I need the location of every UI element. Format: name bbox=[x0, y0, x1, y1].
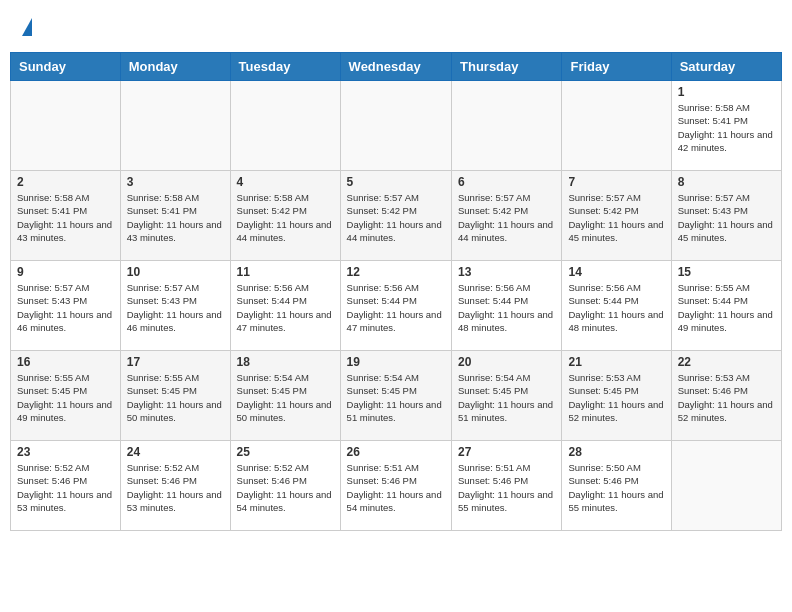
day-info: Sunrise: 5:56 AM Sunset: 5:44 PM Dayligh… bbox=[458, 281, 555, 334]
day-number: 12 bbox=[347, 265, 445, 279]
logo bbox=[20, 18, 32, 38]
day-number: 18 bbox=[237, 355, 334, 369]
day-info: Sunrise: 5:53 AM Sunset: 5:45 PM Dayligh… bbox=[568, 371, 664, 424]
calendar-cell: 10Sunrise: 5:57 AM Sunset: 5:43 PM Dayli… bbox=[120, 261, 230, 351]
calendar-cell bbox=[452, 81, 562, 171]
day-info: Sunrise: 5:57 AM Sunset: 5:43 PM Dayligh… bbox=[17, 281, 114, 334]
calendar-week-row: 2Sunrise: 5:58 AM Sunset: 5:41 PM Daylig… bbox=[11, 171, 782, 261]
day-number: 21 bbox=[568, 355, 664, 369]
day-info: Sunrise: 5:54 AM Sunset: 5:45 PM Dayligh… bbox=[237, 371, 334, 424]
calendar-table: SundayMondayTuesdayWednesdayThursdayFrid… bbox=[10, 52, 782, 531]
day-info: Sunrise: 5:57 AM Sunset: 5:42 PM Dayligh… bbox=[347, 191, 445, 244]
page-header bbox=[10, 10, 782, 46]
calendar-cell: 15Sunrise: 5:55 AM Sunset: 5:44 PM Dayli… bbox=[671, 261, 781, 351]
calendar-cell: 12Sunrise: 5:56 AM Sunset: 5:44 PM Dayli… bbox=[340, 261, 451, 351]
calendar-cell: 9Sunrise: 5:57 AM Sunset: 5:43 PM Daylig… bbox=[11, 261, 121, 351]
day-number: 7 bbox=[568, 175, 664, 189]
day-number: 20 bbox=[458, 355, 555, 369]
calendar-cell bbox=[671, 441, 781, 531]
day-number: 19 bbox=[347, 355, 445, 369]
calendar-cell: 21Sunrise: 5:53 AM Sunset: 5:45 PM Dayli… bbox=[562, 351, 671, 441]
day-info: Sunrise: 5:53 AM Sunset: 5:46 PM Dayligh… bbox=[678, 371, 775, 424]
day-number: 5 bbox=[347, 175, 445, 189]
day-info: Sunrise: 5:58 AM Sunset: 5:41 PM Dayligh… bbox=[127, 191, 224, 244]
calendar-cell: 23Sunrise: 5:52 AM Sunset: 5:46 PM Dayli… bbox=[11, 441, 121, 531]
calendar-cell bbox=[562, 81, 671, 171]
day-number: 9 bbox=[17, 265, 114, 279]
day-number: 16 bbox=[17, 355, 114, 369]
day-info: Sunrise: 5:57 AM Sunset: 5:42 PM Dayligh… bbox=[568, 191, 664, 244]
calendar-cell: 7Sunrise: 5:57 AM Sunset: 5:42 PM Daylig… bbox=[562, 171, 671, 261]
day-info: Sunrise: 5:57 AM Sunset: 5:42 PM Dayligh… bbox=[458, 191, 555, 244]
day-info: Sunrise: 5:58 AM Sunset: 5:42 PM Dayligh… bbox=[237, 191, 334, 244]
day-number: 15 bbox=[678, 265, 775, 279]
day-number: 1 bbox=[678, 85, 775, 99]
day-info: Sunrise: 5:58 AM Sunset: 5:41 PM Dayligh… bbox=[17, 191, 114, 244]
day-of-week-header: Sunday bbox=[11, 53, 121, 81]
day-info: Sunrise: 5:58 AM Sunset: 5:41 PM Dayligh… bbox=[678, 101, 775, 154]
day-number: 27 bbox=[458, 445, 555, 459]
day-info: Sunrise: 5:50 AM Sunset: 5:46 PM Dayligh… bbox=[568, 461, 664, 514]
day-of-week-header: Wednesday bbox=[340, 53, 451, 81]
calendar-week-row: 16Sunrise: 5:55 AM Sunset: 5:45 PM Dayli… bbox=[11, 351, 782, 441]
calendar-cell: 14Sunrise: 5:56 AM Sunset: 5:44 PM Dayli… bbox=[562, 261, 671, 351]
day-number: 14 bbox=[568, 265, 664, 279]
calendar-cell bbox=[230, 81, 340, 171]
day-info: Sunrise: 5:54 AM Sunset: 5:45 PM Dayligh… bbox=[458, 371, 555, 424]
calendar-cell: 3Sunrise: 5:58 AM Sunset: 5:41 PM Daylig… bbox=[120, 171, 230, 261]
logo-triangle-icon bbox=[22, 18, 32, 36]
calendar-cell: 17Sunrise: 5:55 AM Sunset: 5:45 PM Dayli… bbox=[120, 351, 230, 441]
calendar-cell: 13Sunrise: 5:56 AM Sunset: 5:44 PM Dayli… bbox=[452, 261, 562, 351]
calendar-cell: 2Sunrise: 5:58 AM Sunset: 5:41 PM Daylig… bbox=[11, 171, 121, 261]
calendar-cell bbox=[340, 81, 451, 171]
calendar-cell: 5Sunrise: 5:57 AM Sunset: 5:42 PM Daylig… bbox=[340, 171, 451, 261]
calendar-cell: 18Sunrise: 5:54 AM Sunset: 5:45 PM Dayli… bbox=[230, 351, 340, 441]
day-number: 4 bbox=[237, 175, 334, 189]
day-number: 22 bbox=[678, 355, 775, 369]
day-number: 24 bbox=[127, 445, 224, 459]
day-of-week-header: Friday bbox=[562, 53, 671, 81]
day-info: Sunrise: 5:56 AM Sunset: 5:44 PM Dayligh… bbox=[568, 281, 664, 334]
calendar-week-row: 9Sunrise: 5:57 AM Sunset: 5:43 PM Daylig… bbox=[11, 261, 782, 351]
day-number: 11 bbox=[237, 265, 334, 279]
calendar-header-row: SundayMondayTuesdayWednesdayThursdayFrid… bbox=[11, 53, 782, 81]
day-of-week-header: Tuesday bbox=[230, 53, 340, 81]
day-info: Sunrise: 5:56 AM Sunset: 5:44 PM Dayligh… bbox=[237, 281, 334, 334]
calendar-cell: 24Sunrise: 5:52 AM Sunset: 5:46 PM Dayli… bbox=[120, 441, 230, 531]
day-of-week-header: Thursday bbox=[452, 53, 562, 81]
day-number: 2 bbox=[17, 175, 114, 189]
calendar-cell: 19Sunrise: 5:54 AM Sunset: 5:45 PM Dayli… bbox=[340, 351, 451, 441]
day-number: 25 bbox=[237, 445, 334, 459]
day-info: Sunrise: 5:57 AM Sunset: 5:43 PM Dayligh… bbox=[127, 281, 224, 334]
calendar-week-row: 23Sunrise: 5:52 AM Sunset: 5:46 PM Dayli… bbox=[11, 441, 782, 531]
day-info: Sunrise: 5:55 AM Sunset: 5:45 PM Dayligh… bbox=[17, 371, 114, 424]
day-number: 28 bbox=[568, 445, 664, 459]
day-info: Sunrise: 5:52 AM Sunset: 5:46 PM Dayligh… bbox=[17, 461, 114, 514]
day-number: 23 bbox=[17, 445, 114, 459]
calendar-cell: 6Sunrise: 5:57 AM Sunset: 5:42 PM Daylig… bbox=[452, 171, 562, 261]
calendar-cell bbox=[120, 81, 230, 171]
calendar-cell: 26Sunrise: 5:51 AM Sunset: 5:46 PM Dayli… bbox=[340, 441, 451, 531]
day-info: Sunrise: 5:54 AM Sunset: 5:45 PM Dayligh… bbox=[347, 371, 445, 424]
day-info: Sunrise: 5:52 AM Sunset: 5:46 PM Dayligh… bbox=[127, 461, 224, 514]
calendar-cell: 16Sunrise: 5:55 AM Sunset: 5:45 PM Dayli… bbox=[11, 351, 121, 441]
day-info: Sunrise: 5:51 AM Sunset: 5:46 PM Dayligh… bbox=[458, 461, 555, 514]
calendar-cell: 20Sunrise: 5:54 AM Sunset: 5:45 PM Dayli… bbox=[452, 351, 562, 441]
calendar-week-row: 1Sunrise: 5:58 AM Sunset: 5:41 PM Daylig… bbox=[11, 81, 782, 171]
day-of-week-header: Monday bbox=[120, 53, 230, 81]
day-info: Sunrise: 5:55 AM Sunset: 5:45 PM Dayligh… bbox=[127, 371, 224, 424]
day-number: 6 bbox=[458, 175, 555, 189]
calendar-cell: 4Sunrise: 5:58 AM Sunset: 5:42 PM Daylig… bbox=[230, 171, 340, 261]
day-number: 26 bbox=[347, 445, 445, 459]
day-number: 17 bbox=[127, 355, 224, 369]
calendar-cell: 25Sunrise: 5:52 AM Sunset: 5:46 PM Dayli… bbox=[230, 441, 340, 531]
calendar-cell bbox=[11, 81, 121, 171]
day-info: Sunrise: 5:55 AM Sunset: 5:44 PM Dayligh… bbox=[678, 281, 775, 334]
day-number: 3 bbox=[127, 175, 224, 189]
calendar-cell: 22Sunrise: 5:53 AM Sunset: 5:46 PM Dayli… bbox=[671, 351, 781, 441]
day-number: 8 bbox=[678, 175, 775, 189]
calendar-cell: 28Sunrise: 5:50 AM Sunset: 5:46 PM Dayli… bbox=[562, 441, 671, 531]
calendar-cell: 1Sunrise: 5:58 AM Sunset: 5:41 PM Daylig… bbox=[671, 81, 781, 171]
day-info: Sunrise: 5:52 AM Sunset: 5:46 PM Dayligh… bbox=[237, 461, 334, 514]
calendar-cell: 27Sunrise: 5:51 AM Sunset: 5:46 PM Dayli… bbox=[452, 441, 562, 531]
